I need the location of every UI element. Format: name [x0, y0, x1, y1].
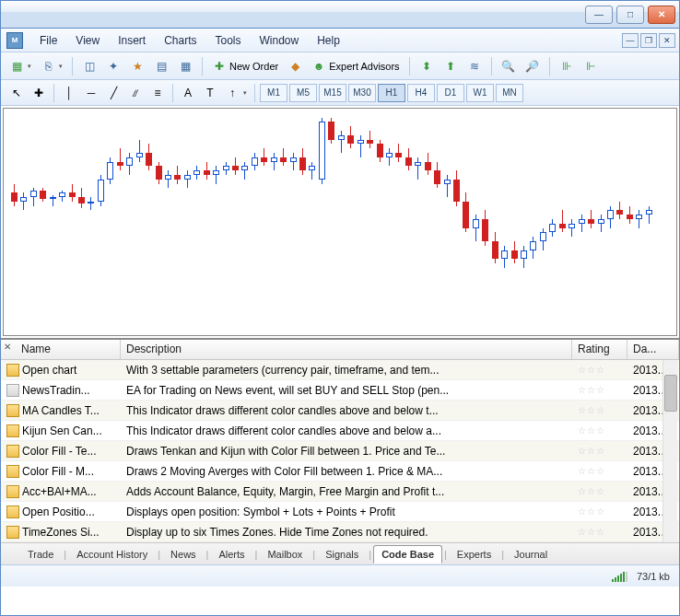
connection-status: 73/1 kb: [637, 571, 670, 582]
scroll-thumb[interactable]: [664, 375, 677, 412]
timeframe-m1[interactable]: M1: [260, 84, 287, 102]
metaquotes-button[interactable]: ◆: [285, 56, 305, 76]
item-icon: [6, 364, 19, 377]
menu-tools[interactable]: Tools: [206, 30, 251, 51]
terminal-close-button[interactable]: ✕: [4, 342, 15, 353]
crosshair-button[interactable]: ✚: [29, 83, 49, 103]
table-row[interactable]: Acc+BAl+MA...Adds Account Balance, Equit…: [1, 482, 679, 502]
tab-alerts[interactable]: Alerts: [210, 545, 252, 564]
col-rating[interactable]: Rating: [572, 340, 627, 359]
timeframe-m30[interactable]: M30: [348, 84, 376, 102]
vertical-line-button[interactable]: │: [59, 83, 79, 103]
item-name: Open chart: [22, 364, 76, 377]
item-name: Color Fill - M...: [22, 465, 94, 478]
item-rating[interactable]: ☆ ☆ ☆: [572, 527, 627, 537]
item-rating[interactable]: ☆ ☆ ☆: [572, 385, 627, 395]
new-order-button[interactable]: ✚New Order: [209, 56, 281, 76]
strategy-tester-button[interactable]: ▦: [175, 56, 195, 76]
data-window-button[interactable]: ★: [127, 56, 147, 76]
table-row[interactable]: Open chartWith 3 settable parameters (cu…: [1, 360, 679, 380]
table-row[interactable]: Kijun Sen Can...This Indicator draws dif…: [1, 421, 679, 441]
mdi-restore-button[interactable]: ❐: [640, 33, 657, 48]
timeframe-w1[interactable]: W1: [466, 84, 494, 102]
navigator-button[interactable]: ✦: [103, 56, 123, 76]
item-description: Adds Account Balance, Equity, Margin, Fr…: [121, 485, 572, 498]
bar-chart-button[interactable]: ⊪: [557, 56, 577, 76]
arrows-button[interactable]: ↑▾: [222, 83, 250, 103]
vertical-scrollbar[interactable]: [662, 360, 677, 542]
item-rating[interactable]: ☆ ☆ ☆: [572, 365, 627, 375]
zoom-in-button[interactable]: 🔍: [498, 56, 519, 76]
menu-view[interactable]: View: [66, 30, 109, 51]
item-name: Acc+BAl+MA...: [22, 485, 97, 498]
table-row[interactable]: Color Fill - M...Draws 2 Moving Averges …: [1, 461, 679, 482]
menu-window[interactable]: Window: [251, 30, 309, 51]
horizontal-line-button[interactable]: ─: [81, 83, 101, 103]
item-name: Kijun Sen Can...: [22, 424, 102, 437]
item-rating[interactable]: ☆ ☆ ☆: [572, 506, 627, 517]
cursor-button[interactable]: ↖: [6, 83, 27, 103]
timeframe-m15[interactable]: M15: [319, 84, 346, 102]
candle-chart-button[interactable]: ⊩: [580, 56, 601, 76]
timeframe-h1[interactable]: H1: [378, 84, 405, 102]
menu-help[interactable]: Help: [308, 30, 349, 51]
item-name: Color Fill - Te...: [22, 445, 96, 458]
col-date[interactable]: Da...: [627, 340, 679, 359]
app-icon: M: [6, 32, 23, 49]
mdi-close-button[interactable]: ✕: [659, 33, 675, 48]
market-watch-button[interactable]: ◫: [79, 56, 100, 76]
expert-advisors-label: Expert Advisors: [329, 61, 399, 72]
fibonacci-button[interactable]: ≡: [147, 83, 168, 103]
col-description[interactable]: Description: [121, 340, 572, 359]
menu-insert[interactable]: Insert: [109, 30, 155, 51]
item-rating[interactable]: ☆ ☆ ☆: [572, 446, 627, 456]
menu-file[interactable]: File: [30, 30, 66, 51]
mdi-minimize-button[interactable]: —: [622, 33, 639, 48]
indicators-button[interactable]: ⬍: [416, 56, 437, 76]
periodicity-button[interactable]: ⬆: [440, 56, 461, 76]
item-description: This Indicator draws different color can…: [121, 404, 572, 417]
timeframe-h4[interactable]: H4: [407, 84, 435, 102]
table-row[interactable]: MA Candles T...This Indicator draws diff…: [1, 401, 679, 421]
item-rating[interactable]: ☆ ☆ ☆: [572, 405, 627, 415]
chart-area[interactable]: [3, 108, 677, 336]
item-rating[interactable]: ☆ ☆ ☆: [572, 486, 627, 496]
table-row[interactable]: Color Fill - Te...Draws Tenkan and Kijun…: [1, 441, 679, 461]
item-icon: [6, 384, 19, 397]
expert-advisors-button[interactable]: ☻Expert Advisors: [309, 56, 402, 76]
new-chart-button[interactable]: ▦▾: [6, 56, 34, 76]
tab-journal[interactable]: Journal: [506, 545, 556, 564]
tab-signals[interactable]: Signals: [317, 545, 367, 564]
minimize-button[interactable]: —: [585, 6, 613, 24]
item-rating[interactable]: ☆ ☆ ☆: [572, 425, 627, 436]
templates-button[interactable]: ≋: [464, 56, 485, 76]
table-row[interactable]: Open Positio...Displays open position: S…: [1, 502, 679, 522]
text-label-button[interactable]: T: [200, 83, 220, 103]
channel-button[interactable]: ⫽: [125, 83, 146, 103]
tab-code-base[interactable]: Code Base: [373, 545, 442, 564]
close-button[interactable]: ✕: [648, 6, 675, 24]
terminal-button[interactable]: ▤: [151, 56, 171, 76]
timeframe-mn[interactable]: MN: [496, 84, 523, 102]
table-row[interactable]: TimeZones Si...Display up to six Times Z…: [1, 522, 679, 542]
tab-account-history[interactable]: Account History: [68, 545, 156, 564]
text-button[interactable]: A: [178, 83, 198, 103]
menu-charts[interactable]: Charts: [155, 30, 205, 51]
item-rating[interactable]: ☆ ☆ ☆: [572, 466, 627, 476]
item-icon: [6, 445, 19, 458]
zoom-out-button[interactable]: 🔎: [522, 56, 543, 76]
timeframe-d1[interactable]: D1: [437, 84, 464, 102]
maximize-button[interactable]: □: [616, 6, 644, 24]
trendline-button[interactable]: ╱: [103, 83, 123, 103]
col-name[interactable]: Name: [1, 340, 121, 359]
table-row[interactable]: NewsTradin...EA for Trading on News even…: [1, 380, 679, 401]
item-description: This Indicator draws different color can…: [121, 424, 572, 437]
tab-mailbox[interactable]: Mailbox: [259, 545, 311, 564]
grid-header: Name Description Rating Da...: [1, 340, 679, 360]
title-bar: — □ ✕: [1, 1, 679, 29]
timeframe-m5[interactable]: M5: [289, 84, 317, 102]
tab-trade[interactable]: Trade: [19, 545, 62, 564]
tab-news[interactable]: News: [162, 545, 205, 564]
profiles-button[interactable]: ⎘▾: [38, 56, 65, 76]
tab-experts[interactable]: Experts: [449, 545, 499, 564]
